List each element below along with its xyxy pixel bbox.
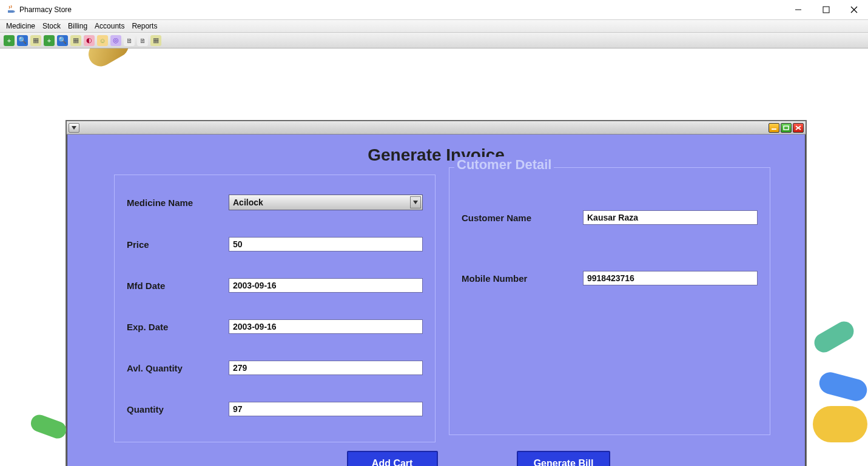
os-close-button[interactable] bbox=[840, 0, 868, 19]
grid-icon-2[interactable]: ▦ bbox=[70, 35, 81, 46]
medicine-panel: Medicine Name Acilock Price Mf bbox=[114, 175, 436, 442]
label-quantity: Quantity bbox=[127, 404, 229, 414]
doc-icon[interactable]: 🗎 bbox=[124, 35, 135, 46]
mobile-number-field[interactable] bbox=[583, 271, 758, 285]
page-title: Generate Invoice bbox=[78, 145, 795, 165]
invoice-titlebar bbox=[67, 121, 806, 135]
exp-date-field[interactable] bbox=[229, 319, 423, 334]
label-exp-date: Exp. Date bbox=[127, 322, 229, 332]
medicine-name-combo[interactable]: Acilock bbox=[229, 195, 423, 210]
toolbar: + 🔍 ▦ + 🔍 ▦ ◐ ☺ ◎ 🗎 🗎 ▦ bbox=[0, 33, 868, 48]
label-price: Price bbox=[127, 239, 229, 250]
os-minimize-button[interactable] bbox=[784, 0, 812, 19]
mfd-date-field[interactable] bbox=[229, 278, 423, 293]
customer-panel: Cutomer Detail Customer Name Mobile Numb… bbox=[449, 167, 770, 435]
menubar: Medicine Stock Billing Accounts Reports bbox=[0, 19, 868, 33]
invoice-window: Generate Invoice Medicine Name Acilock bbox=[66, 120, 807, 466]
menu-stock[interactable]: Stock bbox=[39, 21, 64, 32]
workspace: Generate Invoice Medicine Name Acilock bbox=[0, 48, 868, 466]
label-medicine-name: Medicine Name bbox=[127, 198, 229, 208]
customer-panel-title: Cutomer Detail bbox=[454, 157, 554, 173]
search-icon[interactable]: 🔍 bbox=[17, 35, 28, 46]
user-icon[interactable]: ☺ bbox=[97, 35, 108, 46]
add-icon-2[interactable]: + bbox=[44, 35, 55, 46]
menu-reports[interactable]: Reports bbox=[128, 21, 161, 32]
quantity-field[interactable] bbox=[229, 402, 423, 416]
add-icon[interactable]: + bbox=[4, 35, 15, 46]
window-title: Pharmacy Store bbox=[19, 5, 72, 14]
generate-bill-button[interactable]: Generate Bill bbox=[517, 451, 611, 466]
decor-pill bbox=[817, 370, 868, 403]
svg-line-2 bbox=[851, 7, 857, 13]
label-customer-name: Customer Name bbox=[462, 213, 583, 223]
inner-close-button[interactable] bbox=[793, 123, 804, 133]
price-field[interactable] bbox=[229, 237, 423, 251]
window-menu-icon[interactable] bbox=[69, 123, 79, 133]
os-maximize-button[interactable] bbox=[812, 0, 840, 19]
os-titlebar: Pharmacy Store bbox=[0, 0, 868, 19]
customer-name-field[interactable] bbox=[583, 210, 758, 225]
chevron-down-icon bbox=[410, 196, 421, 208]
label-mfd-date: Mfd Date bbox=[127, 281, 229, 291]
inner-maximize-button[interactable] bbox=[781, 123, 792, 133]
java-icon bbox=[6, 5, 16, 15]
add-cart-button[interactable]: Add Cart bbox=[347, 451, 438, 466]
chart-icon[interactable]: ◐ bbox=[84, 35, 95, 46]
svg-rect-1 bbox=[823, 7, 829, 13]
search-icon-2[interactable]: 🔍 bbox=[57, 35, 68, 46]
medicine-name-value: Acilock bbox=[233, 198, 263, 207]
decor-pill bbox=[29, 413, 69, 441]
decor-pill bbox=[813, 406, 867, 442]
menu-accounts[interactable]: Accounts bbox=[91, 21, 128, 32]
svg-rect-7 bbox=[784, 126, 789, 130]
menu-medicine[interactable]: Medicine bbox=[2, 21, 39, 32]
svg-marker-10 bbox=[413, 201, 418, 204]
decor-pill bbox=[811, 318, 858, 356]
avl-quantity-field[interactable] bbox=[229, 361, 423, 375]
label-avl-quantity: Avl. Quantity bbox=[127, 363, 229, 373]
grid-icon-3[interactable]: ▦ bbox=[150, 35, 161, 46]
decor-pill bbox=[84, 48, 133, 71]
inner-minimize-button[interactable] bbox=[769, 123, 779, 133]
svg-line-3 bbox=[851, 7, 857, 13]
doc-icon-2[interactable]: 🗎 bbox=[137, 35, 148, 46]
label-mobile-number: Mobile Number bbox=[462, 273, 583, 284]
menu-billing[interactable]: Billing bbox=[64, 21, 91, 32]
grid-icon[interactable]: ▦ bbox=[30, 35, 41, 46]
svg-marker-4 bbox=[72, 126, 76, 130]
db-icon[interactable]: ◎ bbox=[110, 35, 121, 46]
